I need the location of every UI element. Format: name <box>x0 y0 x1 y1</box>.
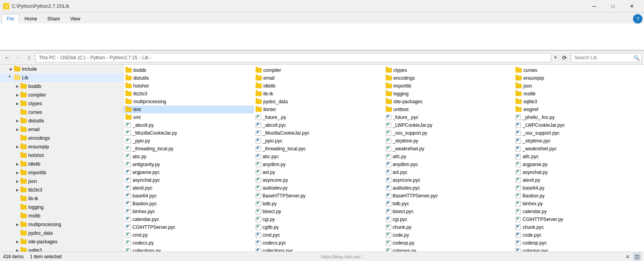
file-binhex-py[interactable]: binhex.py <box>514 200 644 208</box>
file-chunk-py[interactable]: chunk.py <box>384 223 514 231</box>
file-threading-local-pyc[interactable]: _threading_local.pyc <box>254 145 384 153</box>
file-pyio-py[interactable]: _pyio.py <box>124 137 254 145</box>
file-colorsys-pyc[interactable]: colorsys.pyc <box>514 247 644 252</box>
sidebar-item-curses[interactable]: ▶ curses <box>0 108 123 117</box>
help-button[interactable]: ? <box>633 14 642 24</box>
sidebar-item-multiprocessing[interactable]: ▶ multiprocessing <box>0 220 123 229</box>
file-argparse-pyc[interactable]: argparse.pyc <box>124 168 254 176</box>
file-cgi-py[interactable]: cgi.py <box>254 215 384 223</box>
folder-msilib-c4[interactable]: msilib <box>514 90 644 98</box>
sidebar-item-include[interactable]: ▶ include <box>0 65 123 73</box>
tab-share[interactable]: Share <box>42 14 65 24</box>
file-cgi-pyc[interactable]: cgi.pyc <box>384 215 514 223</box>
sidebar-item-msilib[interactable]: ▶ msilib <box>0 212 123 220</box>
folder-email-c2[interactable]: email <box>254 74 384 82</box>
file-atexit-py[interactable]: atexit.py <box>514 176 644 184</box>
file-basehttpserver-pyc[interactable]: BaseHTTPServer.pyc <box>384 192 514 200</box>
file-audiodev-py[interactable]: audiodev.py <box>254 184 384 192</box>
folder-ensurepip-c4[interactable]: ensurepip <box>514 74 644 82</box>
file-cmd-pyc[interactable]: cmd.pyc <box>254 231 384 239</box>
file-cmd-py[interactable]: cmd.py <box>124 231 254 239</box>
folder-json-c4[interactable]: json <box>514 82 644 90</box>
breadcrumb-python[interactable]: Python <box>90 55 105 60</box>
file-osx-support-py[interactable]: _osx_support.py <box>384 129 514 137</box>
file-chunk-pyc[interactable]: chunk.pyc <box>514 223 644 231</box>
file-codecs-pyc[interactable]: codecs.pyc <box>254 239 384 247</box>
file-colorsys-py[interactable]: colorsys.py <box>384 247 514 252</box>
folder-bsddb[interactable]: bsddb <box>124 66 254 74</box>
view-details-button[interactable]: ◫ <box>633 253 641 261</box>
file-bisect-pyc[interactable]: bisect.pyc <box>384 208 514 215</box>
refresh-button[interactable]: ⟳ <box>560 53 569 62</box>
file-abcoll-pyc[interactable]: _abcoll.pyc <box>254 121 384 129</box>
sidebar-item-lib2to3[interactable]: ▶ lib2to3 <box>0 186 123 194</box>
sidebar-item-distutils[interactable]: ▶ distutils <box>0 117 123 125</box>
sidebar-item-json[interactable]: ▶ json <box>0 177 123 186</box>
sidebar-item-lib[interactable]: ▼ Lib <box>0 73 123 82</box>
file-pyio-pyc[interactable]: _pyio.pyc <box>254 137 384 145</box>
file-collections-py[interactable]: collections.py <box>124 247 254 252</box>
folder-logging-c3[interactable]: logging <box>384 90 514 98</box>
file-cgi-httpserver-pyc[interactable]: CGIHTTPServer.pyc <box>124 223 254 231</box>
sidebar-item-idlelib[interactable]: ▶ idlelib <box>0 160 123 168</box>
file-atexit-pyc[interactable]: atexit.pyc <box>124 184 254 192</box>
tab-view[interactable]: View <box>65 14 85 24</box>
folder-site-packages-c3[interactable]: site-packages <box>384 98 514 106</box>
sidebar-item-importlib[interactable]: ▶ importlib <box>0 168 123 177</box>
sidebar-item-bsddb[interactable]: ▶ bsddb <box>0 82 123 91</box>
folder-curses-c4[interactable]: curses <box>514 66 644 74</box>
folder-unittest-c3[interactable]: unittest <box>384 106 514 113</box>
file-asyncore-pyc[interactable]: asyncore.pyc <box>384 176 514 184</box>
breadcrumb-thispc[interactable]: This PC <box>39 55 56 60</box>
breadcrumb-python275[interactable]: Python2.7.15 <box>110 55 138 60</box>
file-codeop-pyc[interactable]: codeop.pyc <box>514 239 644 247</box>
file-codecs-py[interactable]: codecs.py <box>124 239 254 247</box>
file-asynchat-py[interactable]: asynchat.py <box>514 168 644 176</box>
search-input[interactable] <box>571 53 642 62</box>
file-ast-pyc[interactable]: ast.pyc <box>384 168 514 176</box>
sidebar-item-compiler[interactable]: ▶ compiler <box>0 91 123 99</box>
file-abcoll-py[interactable]: _abcoll.py <box>124 121 254 129</box>
file-antigravity-py[interactable]: antigravity.py <box>124 161 254 168</box>
file-bisect-py[interactable]: bisect.py <box>254 208 384 215</box>
file-collections-pyc[interactable]: collections.pyc <box>254 247 384 252</box>
sidebar-item-sqlite3[interactable]: ▶ sqlite3 <box>0 246 123 252</box>
file-ast-py[interactable]: ast.py <box>254 168 384 176</box>
breadcrumb-lib[interactable]: Lib <box>142 55 149 60</box>
file-phello-foo-py[interactable]: _phello_.foo.py <box>514 113 644 121</box>
file-anydbm-pyc[interactable]: anydbm.pyc <box>384 161 514 168</box>
file-future-py[interactable]: _future_.py <box>254 113 384 121</box>
folder-pydoc-data-c2[interactable]: pydoc_data <box>254 98 384 106</box>
file-bdb-py[interactable]: bdb.py <box>254 200 384 208</box>
file-weakrefset-pyc[interactable]: _weakrefset.pyc <box>514 145 644 153</box>
folder-hotshot[interactable]: hotshot <box>124 82 254 90</box>
file-abc-pyc[interactable]: abc.pyc <box>254 153 384 161</box>
forward-button[interactable]: → <box>13 53 23 62</box>
folder-test-c1[interactable]: test <box>124 106 254 113</box>
file-asynchat-pyc[interactable]: asynchat.pyc <box>124 176 254 184</box>
file-binhex-pyc[interactable]: binhex.pyc <box>124 208 254 215</box>
file-aifc-py[interactable]: aifc.py <box>384 153 514 161</box>
file-bastion-py[interactable]: Bastion.py <box>514 192 644 200</box>
file-codeop-py[interactable]: codeop.py <box>384 239 514 247</box>
sidebar-item-email[interactable]: ▶ email <box>0 125 123 134</box>
folder-multiprocessing-c1[interactable]: multiprocessing <box>124 98 254 106</box>
view-list-button[interactable]: ≡ <box>624 253 631 261</box>
folder-lib2to3-c1[interactable]: lib2to3 <box>124 90 254 98</box>
folder-encodings-c3[interactable]: encodings <box>384 74 514 82</box>
file-strptime-py[interactable]: _strptime.py <box>384 137 514 145</box>
file-code-pyc[interactable]: code.pyc <box>514 231 644 239</box>
tab-file[interactable]: File <box>2 14 19 24</box>
file-argparse-py[interactable]: argparse.py <box>514 161 644 168</box>
sidebar-item-ensurepip[interactable]: ▶ ensurepip <box>0 142 123 151</box>
file-anydbm-py[interactable]: anydbm.py <box>254 161 384 168</box>
minimize-button[interactable]: — <box>585 0 603 13</box>
file-base64-py[interactable]: base64.py <box>514 184 644 192</box>
file-calendar-py[interactable]: calendar.py <box>514 208 644 215</box>
folder-libtk-c2[interactable]: lib-tk <box>254 90 384 98</box>
file-basehttpserver-py[interactable]: BaseHTTPServer.py <box>254 192 384 200</box>
maximize-button[interactable]: □ <box>604 0 622 13</box>
folder-wsgiref-c4[interactable]: wsgiref <box>514 106 644 113</box>
address-path[interactable]: This PC › OSDisk (C:) › Python › Python2… <box>35 53 551 62</box>
breadcrumb-osdisk[interactable]: OSDisk (C:) <box>61 55 86 60</box>
